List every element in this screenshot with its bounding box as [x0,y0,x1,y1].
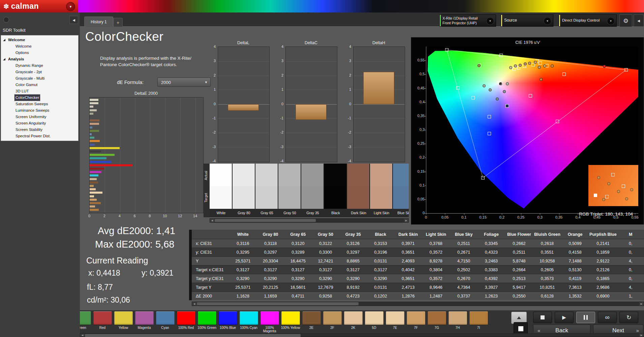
pattern-swatch[interactable] [239,311,258,325]
meter-dropdown[interactable]: X-Rite i1Display Retail Front Projector … [439,15,496,27]
pattern-scrollbar[interactable]: ◀ ▶ [80,333,644,337]
display-control-dropdown[interactable]: Direct Display Control ▼ [559,15,617,27]
measurement-marker [540,78,543,81]
pattern-swatch[interactable] [260,311,279,325]
table-scrollbar[interactable]: ◀ ▶ [192,302,644,306]
scroll-thumb[interactable] [85,334,301,337]
pattern-red[interactable]: Red [92,311,113,333]
pattern-7g[interactable]: 7G [426,311,447,333]
de-formula-select[interactable]: 2000 ▼ [157,78,211,87]
sidebar-item-screen-uniformity[interactable]: Screen Uniformity [1,114,78,120]
scroll-left-icon[interactable]: ◀ [80,334,85,337]
pattern-label: 7G [426,326,447,330]
sidebar-item-dynamic-range[interactable]: Dynamic Range [1,62,78,69]
sidebar-item-saturation-sweeps[interactable]: Saturation Sweeps [1,101,78,107]
sidebar-item-grayscale-2pt[interactable]: Grayscale - 2pt [1,69,78,75]
pattern-100-magenta[interactable]: 100% Magenta [259,311,280,333]
pattern-magenta[interactable]: Magenta [134,311,155,333]
pattern-swatch[interactable] [156,311,175,325]
table-cell: 0,3290 [257,274,284,283]
pattern-swatch[interactable] [218,311,238,325]
pattern-100-yellow[interactable]: 100% Yellow [280,311,301,333]
sidebar-item-screen-angularity[interactable]: Screen Angularity [1,120,78,127]
pattern-100-green[interactable]: 100% Green [196,311,217,333]
scroll-right-icon[interactable]: ▶ [639,334,644,337]
x-tick-label: 14 [191,214,199,218]
pattern-swatch[interactable] [93,311,112,325]
sidebar-item-color-gamut[interactable]: Color Gamut [1,82,78,88]
pattern-7f[interactable]: 7F [405,311,426,333]
tab-history-1[interactable]: History 1 [84,17,113,27]
pattern-2f[interactable]: 2F [322,311,343,333]
scroll-thumb[interactable] [215,219,316,222]
pattern-7h[interactable]: 7H [447,311,468,333]
sidebar-collapse-button[interactable]: ◀ [69,16,78,24]
pattern-100-cyan[interactable]: 100% Cyan [238,311,259,333]
scroll-thumb[interactable] [197,302,359,305]
pattern-swatch[interactable] [406,311,426,325]
table-cell: 0,3651 [394,274,422,283]
source-dropdown[interactable]: Source ▼ [501,15,553,27]
sidebar-item-welcome[interactable]: Welcome [1,37,78,43]
row-label: Y [192,257,229,265]
scroll-left-icon[interactable]: ◀ [210,219,214,222]
stop-button[interactable] [533,312,552,323]
pattern-swatch[interactable] [177,311,196,325]
pattern-cyan[interactable]: Cyan [155,311,176,333]
sidebar-item-screen-stability[interactable]: Screen Stability [1,127,78,133]
pattern-swatch[interactable] [80,311,91,325]
table-cell: 0,3572 [422,248,450,257]
sidebar-item-analysis[interactable]: Analysis [1,56,78,62]
table-cell: 0,3290 [312,274,339,283]
pattern-swatch[interactable] [344,311,363,325]
chevron-down-icon[interactable]: ▼ [486,17,494,25]
pattern-7i[interactable]: 7I [468,311,489,333]
sidebar-item-options[interactable]: Options [1,50,78,56]
table-cell: 0,2126 [589,265,617,274]
chevron-down-icon[interactable]: ▼ [607,17,615,25]
pattern-green[interactable]: Green [80,311,92,333]
panel-collapse-button[interactable]: ◀ [634,15,644,27]
pattern-100-red[interactable]: 100% Red [176,311,196,333]
swatch-target [370,186,392,209]
swatch-scrollbar[interactable]: ◀ ▶ [210,218,409,223]
pattern-swatch[interactable] [469,311,488,325]
scroll-left-icon[interactable]: ◀ [192,302,196,306]
settings-gear-button[interactable]: ⚙ [619,15,632,27]
pattern-yellow[interactable]: Yellow [113,311,134,333]
pattern-swatch[interactable] [281,311,300,325]
pattern-swatch[interactable] [386,311,405,325]
table-cell: 0,4119 [561,274,589,283]
add-tab-button[interactable]: + [113,18,123,27]
pattern-swatch[interactable] [114,311,133,325]
pattern-5d[interactable]: 5D [364,311,385,333]
loop-button[interactable]: ∞ [598,312,617,323]
pattern-2e[interactable]: 2E [301,311,322,333]
chevron-down-icon[interactable]: ▼ [544,17,551,25]
refresh-button[interactable]: ↻ [619,312,638,323]
sidebar-item-welcome[interactable]: Welcome [1,43,78,50]
sidebar-item-grayscale-multi[interactable]: Grayscale - Multi [1,75,78,82]
sidebar-item-3d-lut[interactable]: 3D LUT [1,88,78,94]
pause-button[interactable] [576,312,595,323]
sidebar-item-luminance-sweeps[interactable]: Luminance Sweeps [1,107,78,114]
pattern-swatch[interactable] [323,311,342,325]
pattern-100-blue[interactable]: 100% Blue [217,311,238,333]
sidebar-item-spectral-power-dist[interactable]: Spectral Power Dist. [1,133,78,139]
pattern-swatch[interactable] [302,311,321,325]
pattern-label: Cyan [155,326,176,330]
pattern-2k[interactable]: 2K [343,311,364,333]
pattern-7e[interactable]: 7E [385,311,405,333]
pattern-swatch[interactable] [448,311,467,325]
main-menu-button[interactable]: ▼ [66,2,75,11]
pattern-swatch[interactable] [365,311,384,325]
scroll-right-icon[interactable]: ▶ [639,302,644,306]
sidebar-item-colorchecker[interactable]: ColorChecker [1,94,78,101]
table-cell: 2,4093 [394,257,422,265]
scroll-right-icon[interactable]: ▶ [404,219,408,222]
table-cell: 20,2125 [257,283,284,292]
pattern-swatch[interactable] [135,311,154,325]
pattern-swatch[interactable] [427,311,447,325]
play-button[interactable]: ▶ [555,312,574,323]
pattern-swatch[interactable] [197,311,217,325]
